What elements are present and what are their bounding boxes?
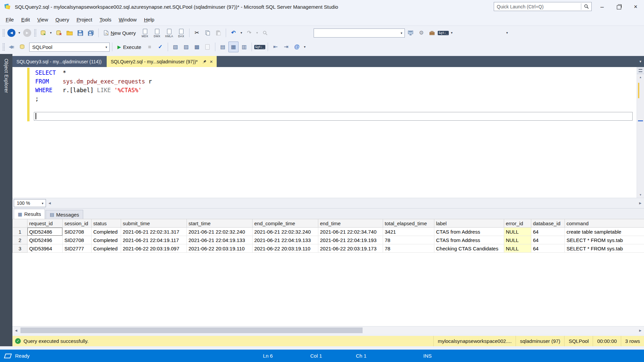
open-file-button[interactable] xyxy=(64,27,74,38)
template-parameters-button[interactable]: @ xyxy=(292,42,302,52)
find-button[interactable] xyxy=(260,27,270,38)
tab-results[interactable]: ▦ Results xyxy=(14,209,45,219)
grid-cell[interactable]: create table sampletable xyxy=(565,228,644,236)
grid-cell[interactable]: 64 xyxy=(531,236,565,244)
menu-item-tools[interactable]: Tools xyxy=(96,14,115,25)
results-horizontal-scrollbar[interactable]: ◀ ▶ xyxy=(12,326,644,334)
menu-item-help[interactable]: Help xyxy=(140,14,158,25)
grid-cell[interactable]: 64 xyxy=(531,244,565,253)
copy-button[interactable] xyxy=(203,27,213,38)
editor-surface[interactable]: SELECT *FROM sys.dm_pdw_exec_requests rW… xyxy=(12,67,637,198)
document-tab-1[interactable]: SQLQuery3.sql - my...qladminuser (114)) xyxy=(12,56,106,67)
dmx-query-button[interactable]: DMX xyxy=(151,27,163,39)
scroll-right-arrow[interactable]: ▶ xyxy=(637,326,644,334)
grid-cell[interactable]: 2021-06-21 22:04:19.117 xyxy=(121,236,187,244)
grid-cell[interactable]: 2021-06-21 22:04:19.133 xyxy=(253,236,318,244)
grid-cell[interactable]: 2021-06-22 20:03:19.097 xyxy=(121,244,187,253)
command-window-button[interactable]: &gt;_ xyxy=(438,27,449,38)
menu-item-edit[interactable]: Edit xyxy=(17,14,34,25)
column-header-start_time[interactable]: start_time xyxy=(187,219,253,228)
menu-item-window[interactable]: Window xyxy=(115,14,140,25)
grid-cell[interactable]: 2021-06-22 20:03:19.110 xyxy=(253,244,318,253)
close-tab-icon[interactable]: × xyxy=(210,59,213,64)
navigate-backward-dropdown[interactable]: ▾ xyxy=(17,27,21,38)
close-button[interactable]: × xyxy=(627,0,644,13)
paste-button[interactable] xyxy=(213,27,223,38)
scrollbar-thumb[interactable] xyxy=(20,327,363,333)
editor-vertical-scrollbar[interactable]: ▲ ▼ xyxy=(637,67,644,198)
grid-cell[interactable]: 2021-06-21 22:04:19.193 xyxy=(318,236,383,244)
grid-cell[interactable]: 2021-06-21 22:02:31.317 xyxy=(121,228,187,236)
pin-icon[interactable] xyxy=(203,60,207,64)
grid-cell[interactable]: QID52486 xyxy=(28,228,63,236)
column-header-status[interactable]: status xyxy=(92,219,121,228)
zoom-selector[interactable]: 100 % ▾ xyxy=(14,199,46,207)
grid-cell[interactable]: SELECT * FROM sys.tab xyxy=(565,244,644,253)
properties-window-button[interactable]: ⚙ xyxy=(416,27,426,38)
scrollbar-track[interactable] xyxy=(20,326,637,334)
column-header-session_id[interactable]: session_id xyxy=(63,219,92,228)
grid-cell[interactable]: Completed xyxy=(92,236,121,244)
execute-button[interactable]: ▶ Execute xyxy=(115,42,144,52)
scroll-left-arrow[interactable]: ◀ xyxy=(12,326,20,334)
column-header-command[interactable]: command xyxy=(565,219,644,228)
grid-cell[interactable]: 78 xyxy=(383,244,434,253)
grid-cell[interactable]: NULL xyxy=(504,228,531,236)
grid-cell[interactable]: 2021-06-22 20:03:19.173 xyxy=(318,244,383,253)
grid-cell[interactable]: 2021-06-21 22:04:19.133 xyxy=(187,236,253,244)
column-header-label[interactable]: label xyxy=(434,219,504,228)
grid-cell[interactable]: 2021-06-22 20:03:19.110 xyxy=(187,244,253,253)
menu-item-project[interactable]: Project xyxy=(73,14,96,25)
editor-horizontal-scrollbar[interactable] xyxy=(53,198,637,208)
live-statistics-button[interactable]: ▨ xyxy=(181,42,191,52)
grid-cell[interactable]: 64 xyxy=(531,228,565,236)
column-header-submit_time[interactable]: submit_time xyxy=(121,219,187,228)
change-connection-button[interactable] xyxy=(6,42,16,52)
grid-cell[interactable]: 2021-06-21 22:02:32.240 xyxy=(253,228,318,236)
scroll-down-arrow[interactable]: ▼ xyxy=(637,192,644,198)
scrollbar-track[interactable] xyxy=(637,80,644,192)
search-icon[interactable] xyxy=(581,2,591,11)
estimated-plan-button[interactable]: ▧ xyxy=(170,42,180,52)
redo-dropdown[interactable]: ▾ xyxy=(255,27,259,38)
cut-button[interactable]: ✂ xyxy=(192,27,202,38)
grid-cell[interactable]: CTAS from Address xyxy=(434,236,504,244)
toolbar-grip[interactable] xyxy=(2,29,5,37)
grid-cell[interactable]: Checking CTAS Candidates xyxy=(434,244,504,253)
grid-cell[interactable]: NULL xyxy=(504,244,531,253)
chevron-down-icon[interactable]: ▾ xyxy=(103,43,109,51)
command-window-dropdown[interactable]: ▾ xyxy=(449,27,454,38)
grid-cell[interactable]: 3421 xyxy=(383,228,434,236)
grid-cell[interactable]: QID53964 xyxy=(28,244,63,253)
column-header-database_id[interactable]: database_id xyxy=(531,219,565,228)
grid-cell[interactable]: NULL xyxy=(504,236,531,244)
redo-button[interactable]: ↷ xyxy=(244,27,254,38)
results-to-text-button[interactable]: ▤ xyxy=(218,42,228,52)
row-header-2[interactable]: 2 xyxy=(13,236,28,244)
grid-cell[interactable]: SID2777 xyxy=(63,244,92,253)
grid-cell[interactable]: Completed xyxy=(92,228,121,236)
object-explorer-tab[interactable]: Object Explorer xyxy=(0,54,12,346)
save-all-button[interactable] xyxy=(86,27,96,38)
grid-cell[interactable]: 2021-06-21 22:02:32.240 xyxy=(187,228,253,236)
registered-servers-button[interactable] xyxy=(406,27,416,38)
grid-cell[interactable]: SELECT * FROM sys.tab xyxy=(565,236,644,244)
results-to-grid-button[interactable]: ▦ xyxy=(228,42,238,52)
disconnect-button[interactable] xyxy=(54,27,64,38)
search-combo[interactable]: ▾ xyxy=(314,28,405,38)
grid-cell[interactable]: CTAS from Address xyxy=(434,228,504,236)
column-header-error_id[interactable]: error_id xyxy=(504,219,531,228)
undo-dropdown[interactable]: ▾ xyxy=(239,27,244,38)
grid-cell[interactable]: 2021-06-21 22:02:34.740 xyxy=(318,228,383,236)
document-tab-2[interactable]: SQLQuery2.sql - my...sqladminuser (97))*… xyxy=(107,56,217,67)
connect-dropdown[interactable]: ▾ xyxy=(49,27,53,38)
grid-cell[interactable]: Completed xyxy=(92,244,121,253)
parse-query-button[interactable]: ✓ xyxy=(155,42,165,52)
column-header-end_compile_time[interactable]: end_compile_time xyxy=(253,219,318,228)
toolbar-grip[interactable] xyxy=(2,43,5,51)
column-header-end_time[interactable]: end_time xyxy=(318,219,383,228)
sqlcmd-mode-button[interactable]: &gt;_ xyxy=(254,42,265,52)
undo-button[interactable]: ↶ xyxy=(228,27,238,38)
column-header-total_elapsed_time[interactable]: total_elapsed_time xyxy=(383,219,434,228)
tab-messages[interactable]: ▤ Messages xyxy=(46,210,83,219)
